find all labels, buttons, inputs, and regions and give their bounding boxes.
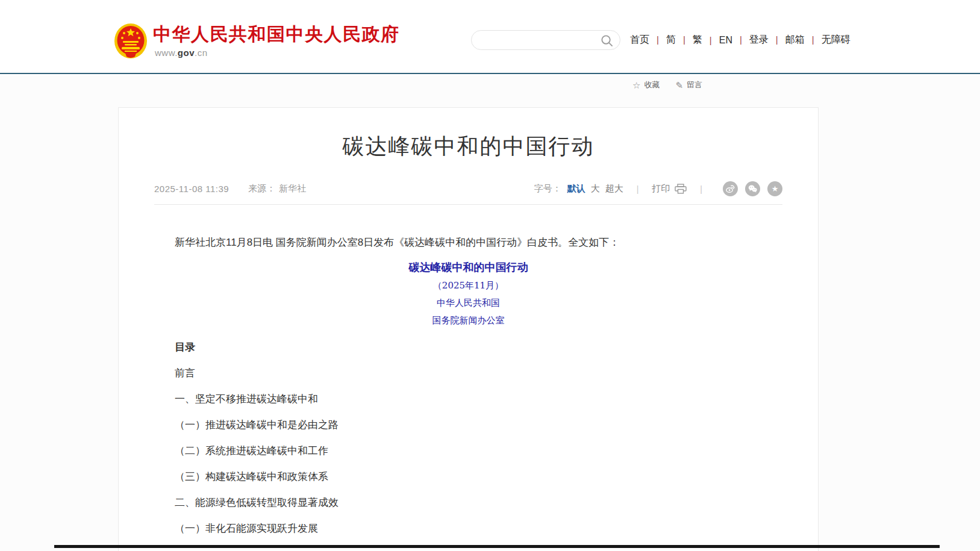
wechat-icon: [747, 184, 758, 194]
toc-item: （三）构建碳达峰碳中和政策体系: [154, 470, 782, 484]
nav-item[interactable]: 简: [649, 34, 676, 46]
document-date: （2025年11月）: [154, 279, 782, 291]
article-card: 碳达峰碳中和的中国行动 2025-11-08 11:39 来源： 新华社 字号：…: [118, 107, 819, 551]
site-url-suffix: .cn: [195, 48, 208, 58]
toc-item: 二、能源绿色低碳转型取得显著成效: [154, 496, 782, 509]
page: 中华人民共和国中央人民政府 www.gov.cn 首页简繁EN登录邮箱无障碍 ☆…: [0, 0, 980, 551]
printer-icon: [675, 184, 687, 194]
document-issuer-country: 中华人民共和国: [154, 297, 782, 309]
nav-item[interactable]: 无障碍: [805, 34, 850, 46]
toc-item: （一）非化石能源实现跃升发展: [154, 522, 782, 535]
pencil-icon: ✎: [675, 81, 683, 90]
divider: |: [637, 184, 639, 194]
search-box: [471, 30, 620, 50]
site-title: 中华人民共和国中央人民政府: [153, 24, 400, 45]
toc-list: 前言一、坚定不移推进碳达峰碳中和（一）推进碳达峰碳中和是必由之路（二）系统推进碳…: [154, 367, 782, 535]
meta-left: 2025-11-08 11:39 来源： 新华社: [154, 183, 306, 195]
site-logo[interactable]: 中华人民共和国中央人民政府 www.gov.cn: [114, 23, 400, 59]
wechat-share-icon[interactable]: [745, 181, 760, 196]
toc-item: 前言: [154, 367, 782, 380]
weibo-icon: [725, 184, 735, 194]
nav-item[interactable]: 首页: [630, 34, 649, 46]
article-meta: 2025-11-08 11:39 来源： 新华社 字号： 默认 大 超大 | 打…: [154, 181, 782, 196]
print-label: 打印: [652, 183, 670, 195]
national-emblem-icon: [114, 23, 148, 59]
print-button[interactable]: 打印: [652, 183, 687, 195]
toc-heading: 目录: [154, 341, 782, 354]
favorite-label: 收藏: [644, 79, 660, 90]
source-label: 来源：: [248, 183, 275, 195]
nav-item[interactable]: EN: [702, 35, 732, 46]
toc-item: （一）推进碳达峰碳中和是必由之路: [154, 419, 782, 432]
footer-top-bar: [54, 545, 940, 548]
site-url: www.gov.cn: [155, 48, 400, 58]
weibo-share-icon[interactable]: [723, 181, 738, 196]
top-nav: 首页简繁EN登录邮箱无障碍: [630, 34, 850, 46]
font-size-large[interactable]: 大: [591, 183, 600, 195]
font-size-xlarge[interactable]: 超大: [605, 183, 623, 195]
publish-date: 2025-11-08 11:39: [154, 184, 229, 194]
meta-divider-line: [154, 204, 782, 205]
nav-item[interactable]: 登录: [732, 34, 769, 46]
meta-right: 字号： 默认 大 超大 | 打印 |: [534, 181, 782, 196]
site-header: 中华人民共和国中央人民政府 www.gov.cn 首页简繁EN登录邮箱无障碍: [0, 0, 980, 74]
nav-item[interactable]: 邮箱: [769, 34, 805, 46]
nav-item[interactable]: 繁: [676, 34, 702, 46]
font-size-default[interactable]: 默认: [567, 183, 585, 195]
logo-text: 中华人民共和国中央人民政府 www.gov.cn: [153, 23, 400, 58]
message-link[interactable]: ✎ 留言: [675, 79, 702, 90]
message-label: 留言: [687, 79, 702, 90]
toc-item: 一、坚定不移推进碳达峰碳中和: [154, 393, 782, 406]
divider: |: [700, 184, 702, 194]
article-title: 碳达峰碳中和的中国行动: [154, 133, 782, 160]
qzone-star-share-icon[interactable]: ★: [767, 181, 782, 196]
search-icon[interactable]: [601, 34, 613, 47]
document-issuer-office: 国务院新闻办公室: [154, 314, 782, 326]
toc-item: （二）系统推进碳达峰碳中和工作: [154, 444, 782, 458]
search-input[interactable]: [472, 31, 620, 49]
document-title: 碳达峰碳中和的中国行动: [154, 261, 782, 274]
font-size-label: 字号：: [534, 183, 561, 195]
favorite-link[interactable]: ☆ 收藏: [632, 79, 660, 90]
site-url-prefix: www.: [155, 48, 178, 58]
lead-paragraph: 新华社北京11月8日电 国务院新闻办公室8日发布《碳达峰碳中和的中国行动》白皮书…: [154, 235, 782, 251]
site-url-gov: gov: [178, 48, 195, 58]
quicklinks: ☆ 收藏 ✎ 留言: [632, 79, 702, 90]
star-outline-icon: ☆: [632, 81, 640, 90]
source-value: 新华社: [279, 183, 306, 195]
